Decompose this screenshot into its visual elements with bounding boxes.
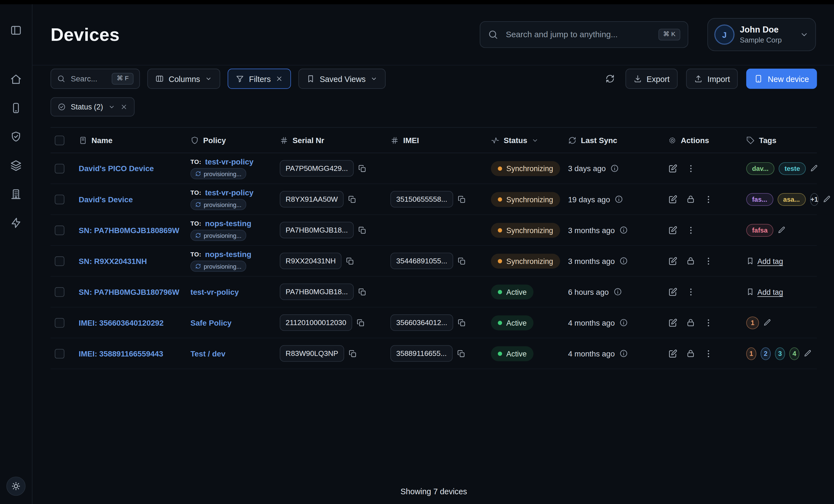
row-checkbox[interactable] (55, 195, 64, 204)
copy-icon[interactable] (358, 164, 367, 173)
tag-pill[interactable]: asa... (777, 193, 806, 205)
tag-pill[interactable]: teste (779, 162, 806, 175)
theme-toggle-button[interactable] (6, 477, 26, 496)
policy-link[interactable]: test-vr-policy (190, 288, 239, 296)
col-name[interactable]: Name (79, 136, 190, 145)
pencil-icon[interactable] (804, 350, 812, 357)
edit-icon[interactable] (668, 287, 678, 297)
col-last-sync[interactable]: Last Sync (568, 136, 668, 145)
copy-icon[interactable] (356, 319, 365, 327)
shield-check-icon[interactable] (10, 131, 22, 143)
policy-link[interactable]: nops-testing (205, 219, 251, 228)
device-name-link[interactable]: IMEI: 356603640120292 (79, 319, 163, 327)
zap-icon[interactable] (10, 217, 22, 229)
device-name-link[interactable]: SN: PA7HB0MGJB180869W (79, 226, 179, 235)
edit-icon[interactable] (668, 256, 678, 266)
pencil-icon[interactable] (810, 165, 818, 173)
refresh-button[interactable] (603, 72, 617, 86)
policy-link[interactable]: test-vr-policy (205, 157, 254, 166)
tag-pill[interactable]: 1 (746, 316, 759, 329)
lock-icon[interactable] (686, 349, 695, 358)
lock-icon[interactable] (686, 195, 695, 204)
info-icon[interactable] (619, 318, 628, 327)
edit-icon[interactable] (668, 163, 678, 173)
copy-icon[interactable] (457, 319, 466, 327)
device-name-link[interactable]: SN: PA7HB0MGJB180796W (79, 288, 179, 296)
pencil-icon[interactable] (763, 319, 771, 327)
new-device-button[interactable]: New device (746, 69, 817, 89)
user-menu[interactable]: J John Doe Sample Corp (707, 18, 816, 51)
add-tag-button[interactable]: Add tag (746, 288, 783, 296)
kebab-menu-icon[interactable] (704, 195, 713, 204)
edit-icon[interactable] (668, 349, 678, 358)
col-policy[interactable]: Policy (190, 136, 280, 145)
tag-pill[interactable]: 4 (789, 347, 799, 360)
select-all-checkbox[interactable] (55, 135, 64, 145)
columns-button[interactable]: Columns (147, 69, 220, 89)
devices-icon[interactable] (10, 102, 22, 114)
device-name-link[interactable]: David's Device (79, 195, 133, 204)
info-icon[interactable] (613, 287, 622, 297)
tag-overflow-pill[interactable]: +1 (810, 193, 818, 205)
info-icon[interactable] (614, 195, 623, 204)
kebab-menu-icon[interactable] (704, 256, 713, 266)
status-filter-chip[interactable]: Status (2) (50, 97, 134, 116)
building-icon[interactable] (10, 189, 22, 200)
kebab-menu-icon[interactable] (686, 225, 696, 235)
copy-icon[interactable] (358, 288, 367, 296)
table-search-input[interactable] (70, 74, 108, 83)
close-icon[interactable] (276, 75, 283, 83)
device-name-link[interactable]: David's PICO Device (79, 164, 154, 173)
kebab-menu-icon[interactable] (704, 318, 713, 327)
kebab-menu-icon[interactable] (686, 163, 696, 173)
tag-pill[interactable]: fafsa (746, 224, 773, 237)
copy-icon[interactable] (346, 257, 354, 265)
pencil-icon[interactable] (777, 226, 786, 234)
row-checkbox[interactable] (55, 163, 64, 173)
tag-pill[interactable]: dav... (746, 162, 774, 175)
row-checkbox[interactable] (55, 256, 64, 266)
row-checkbox[interactable] (55, 287, 64, 297)
lock-icon[interactable] (686, 318, 695, 327)
global-search-input[interactable] (505, 29, 652, 40)
copy-icon[interactable] (457, 195, 466, 204)
policy-link[interactable]: Test / dev (190, 349, 225, 358)
row-checkbox[interactable] (55, 318, 64, 327)
info-icon[interactable] (619, 349, 628, 358)
close-icon[interactable] (120, 103, 128, 111)
edit-icon[interactable] (668, 225, 678, 235)
col-imei[interactable]: IMEI (390, 136, 491, 145)
kebab-menu-icon[interactable] (704, 349, 713, 358)
policy-link[interactable]: nops-testing (205, 250, 251, 259)
copy-icon[interactable] (457, 257, 466, 265)
copy-icon[interactable] (358, 226, 367, 235)
chevron-down-icon[interactable] (108, 103, 115, 111)
info-icon[interactable] (619, 226, 628, 235)
row-checkbox[interactable] (55, 349, 64, 358)
copy-icon[interactable] (348, 195, 356, 204)
copy-icon[interactable] (348, 349, 357, 358)
table-search[interactable]: ⌘ F (50, 69, 140, 89)
device-name-link[interactable]: SN: R9XX20431NH (79, 257, 147, 265)
layers-icon[interactable] (10, 159, 22, 171)
filters-button[interactable]: Filters (228, 69, 291, 89)
col-serial[interactable]: Serial Nr (280, 136, 390, 145)
export-button[interactable]: Export (626, 69, 678, 89)
lock-icon[interactable] (686, 257, 695, 266)
tag-pill[interactable]: 2 (761, 347, 771, 360)
edit-icon[interactable] (668, 195, 678, 204)
policy-link[interactable]: test-vr-policy (205, 189, 254, 197)
info-icon[interactable] (619, 257, 628, 266)
info-icon[interactable] (610, 164, 619, 173)
policy-link[interactable]: Safe Policy (190, 319, 232, 327)
device-name-link[interactable]: IMEI: 358891166559443 (79, 349, 163, 358)
saved-views-button[interactable]: Saved Views (299, 69, 386, 89)
global-search[interactable]: ⌘ K (480, 21, 688, 48)
edit-icon[interactable] (668, 318, 678, 327)
tag-pill[interactable]: 3 (775, 347, 785, 360)
sidebar-toggle-icon[interactable] (10, 24, 22, 36)
tag-pill[interactable]: fas... (746, 193, 773, 205)
import-button[interactable]: Import (686, 69, 738, 89)
add-tag-button[interactable]: Add tag (746, 257, 783, 265)
pencil-icon[interactable] (823, 195, 831, 203)
